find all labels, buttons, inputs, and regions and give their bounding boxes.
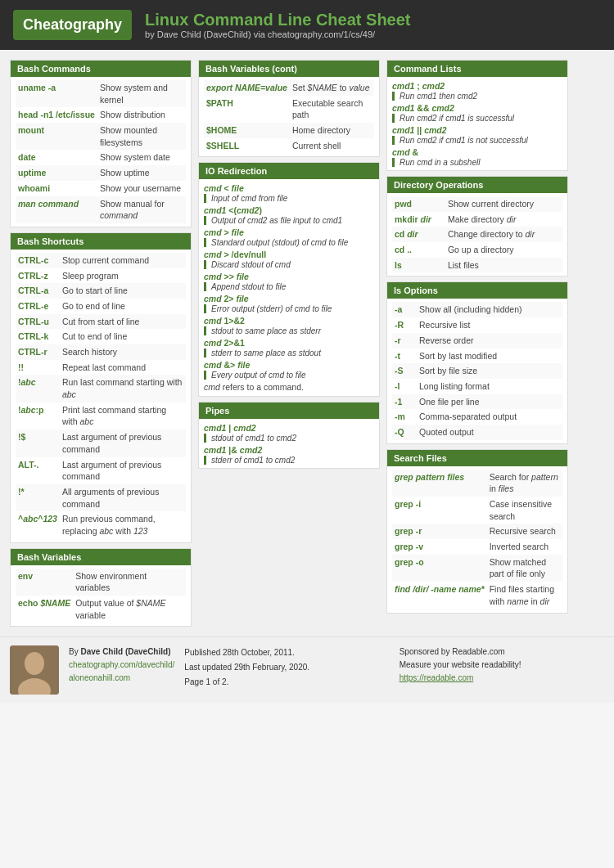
table-row: -S Sort by file size — [392, 363, 562, 379]
desc-cell: Show all (including hidden) — [417, 302, 562, 317]
table-row: uname -a Show system and kernel — [16, 80, 186, 107]
pipes-section: Pipes cmd1 | cmd2 stdout of cmd1 to cmd2… — [198, 402, 380, 469]
table-row: date Show system date — [16, 150, 186, 165]
io-cmd: cmd > /dev/null — [204, 250, 374, 259]
table-row: -R Recursive list — [392, 317, 562, 333]
bash-variables-header: Bash Variables — [11, 549, 191, 565]
cmd-cell: export NAME=value — [204, 80, 290, 96]
cmd-cell: grep -v — [392, 539, 487, 555]
cmd-cell: $PATH — [204, 96, 290, 123]
io-cmd: cmd > file — [204, 227, 374, 237]
table-row: -r Reverse order — [392, 333, 562, 349]
page-title: Linux Command Line Cheat Sheet — [145, 11, 410, 29]
cmd-cell: -Q — [392, 425, 417, 440]
table-row: $PATH Executable search path — [204, 96, 374, 123]
cmd-cell: CTRL-z — [16, 268, 60, 284]
pipes-cmd: cmd1 |& cmd2 — [204, 445, 374, 455]
cmd-cell: CTRL-a — [16, 283, 60, 299]
desc-cell: Make directory dir — [445, 212, 562, 227]
table-row: -m Comma-separated output — [392, 409, 562, 425]
io-note: cmd refers to a command. — [204, 382, 374, 392]
table-row: !! Repeat last command — [16, 360, 186, 376]
pipes-body: cmd1 | cmd2 stdout of cmd1 to cmd2 cmd1 … — [199, 419, 379, 468]
io-desc: Error output (stderr) of cmd to file — [204, 304, 374, 313]
cmd-cell: -R — [392, 317, 417, 333]
desc-cell: Print last command starting with abc — [60, 403, 186, 430]
author-site2-link[interactable]: aloneonahill.com — [69, 673, 130, 682]
io-redirection-header: IO Redirection — [199, 163, 379, 179]
table-row: ^abc^123 Run previous command, replacing… — [16, 511, 186, 538]
cmd-cell: grep -r — [392, 524, 487, 539]
desc-cell: Show system date — [97, 150, 186, 165]
pipes-cmd: cmd1 | cmd2 — [204, 423, 374, 433]
cmd-cell: -l — [392, 379, 417, 394]
table-row: $HOME Home directory — [204, 123, 374, 138]
cmd-cell: grep -i — [392, 497, 487, 524]
desc-cell: Search for pattern in files — [487, 470, 562, 497]
table-row: CTRL-c Stop current command — [16, 253, 186, 268]
io-cmd: cmd 2> file — [204, 294, 374, 304]
io-desc: Standard output (stdout) of cmd to file — [204, 238, 374, 247]
desc-cell: Show your username — [97, 181, 186, 196]
io-cmd: cmd &> file — [204, 360, 374, 370]
sponsor-text: Sponsored by Readable.com — [400, 645, 604, 659]
table-row: find /dir/ -name name* Find files starti… — [392, 582, 562, 609]
desc-cell: Executable search path — [290, 96, 374, 123]
table-row: !abc Run last command starting with abc — [16, 375, 186, 402]
io-desc: stderr to same place as stdout — [204, 349, 374, 358]
sponsor-url-link[interactable]: https://readable.com — [400, 673, 474, 682]
table-row: -1 One file per line — [392, 394, 562, 410]
bash-variables-cont-body: export NAME=value Set $NAME to value $PA… — [199, 77, 379, 156]
search-files-body: grep pattern files Search for pattern in… — [387, 466, 567, 613]
cmd-cell: pwd — [392, 196, 445, 212]
cmd-cell: -S — [392, 363, 417, 379]
desc-cell: Sort by last modified — [417, 349, 562, 364]
desc-cell: Quoted output — [417, 425, 562, 440]
table-row: export NAME=value Set $NAME to value — [204, 80, 374, 96]
cmd-cell: $HOME — [204, 123, 290, 138]
table-row: echo $NAME Output value of $NAME variabl… — [16, 596, 186, 623]
bash-commands-header: Bash Commands — [11, 61, 191, 77]
author-site1-link[interactable]: cheatography.com/davechild/ — [69, 660, 174, 669]
table-row: $SHELL Current shell — [204, 138, 374, 154]
desc-cell: Last argument of previous command — [60, 430, 186, 456]
io-cmd: cmd1 <(cmd2) — [204, 205, 374, 215]
io-desc: Input of cmd from file — [204, 194, 374, 203]
cmd-cell: ALT-. — [16, 457, 60, 484]
desc-cell: Output value of $NAME variable — [73, 596, 186, 623]
cmd-cell: !abc — [16, 375, 60, 402]
svg-point-1 — [25, 652, 44, 675]
table-row: grep -i Case insensitive search — [392, 497, 562, 524]
io-desc: stdout to same place as stderr — [204, 326, 374, 335]
pipes-header: Pipes — [199, 403, 379, 419]
cmd-cell: ls — [392, 258, 445, 273]
cmd-cell: CTRL-r — [16, 344, 60, 360]
table-row: mkdir dir Make directory dir — [392, 212, 562, 227]
command-lists-header: Command Lists — [387, 61, 567, 77]
table-row: CTRL-k Cut to end of line — [16, 329, 186, 344]
desc-cell: Sort by file size — [417, 363, 562, 379]
table-row: CTRL-r Search history — [16, 344, 186, 360]
io-cmd: cmd 2>&1 — [204, 338, 374, 348]
cmd-cell: mkdir dir — [392, 212, 445, 227]
desc-cell: Recursive list — [417, 317, 562, 333]
bash-shortcuts-section: Bash Shortcuts CTRL-c Stop current comma… — [10, 232, 192, 543]
cmd-cell: ^abc^123 — [16, 511, 60, 538]
table-row: ALT-. Last argument of previous command — [16, 457, 186, 484]
cmd-cell: -t — [392, 349, 417, 364]
desc-cell: Show uptime — [97, 165, 186, 181]
footer-publish-block: Published 28th October, 2011. Last updat… — [184, 645, 389, 690]
table-row: grep -v Inverted search — [392, 539, 562, 555]
io-desc: Append stdout to file — [204, 282, 374, 291]
table-row: env Show environment variables — [16, 569, 186, 596]
directory-ops-header: Directory Operations — [387, 177, 567, 193]
search-files-header: Search Files — [387, 450, 567, 466]
desc-cell: Current shell — [290, 138, 374, 154]
page-subtitle: by Dave Child (DaveChild) via cheatograp… — [145, 29, 410, 39]
bash-shortcuts-body: CTRL-c Stop current command CTRL-z Sleep… — [11, 250, 191, 542]
command-lists-section: Command Lists cmd1 ; cmd2 Run cmd1 then … — [386, 60, 568, 171]
table-row: CTRL-a Go to start of line — [16, 283, 186, 299]
bash-commands-body: uname -a Show system and kernel head -n1… — [11, 77, 191, 227]
cmd-cell: !* — [16, 484, 60, 511]
cl-desc: Run cmd2 if cmd1 is successful — [392, 114, 562, 123]
